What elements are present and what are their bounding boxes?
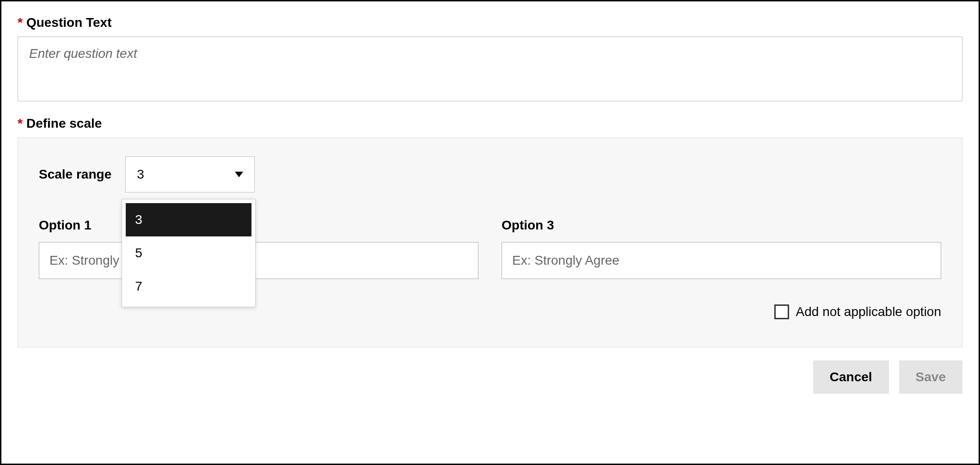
define-scale-label: * Define scale (18, 116, 962, 131)
scale-range-select[interactable]: 3 (125, 156, 255, 192)
question-editor-dialog: * Question Text * Define scale Scale ran… (0, 0, 980, 465)
scale-range-option-7[interactable]: 7 (126, 270, 251, 303)
question-text-field: * Question Text (18, 15, 962, 103)
cancel-button[interactable]: Cancel (813, 360, 889, 394)
question-text-label: * Question Text (18, 15, 962, 30)
option-1-label: Option 1 (39, 218, 478, 233)
question-text-label-text: Question Text (26, 15, 112, 30)
question-text-input[interactable] (18, 37, 962, 101)
required-asterisk-icon: * (18, 116, 23, 131)
scale-range-option-3[interactable]: 3 (126, 203, 251, 236)
scale-range-row: Scale range 3 3 5 7 (39, 156, 941, 192)
scale-range-menu: 3 5 7 (122, 199, 256, 307)
save-button[interactable]: Save (899, 360, 962, 394)
option-1-column: Option 1 (39, 218, 478, 279)
option-3-label: Option 3 (502, 218, 941, 233)
define-scale-label-text: Define scale (26, 116, 102, 131)
define-scale-section: * Define scale Scale range 3 3 5 7 (18, 116, 962, 347)
scale-range-label: Scale range (39, 167, 111, 182)
scale-range-option-5[interactable]: 5 (126, 236, 251, 270)
option-1-input[interactable] (39, 242, 478, 279)
not-applicable-label: Add not applicable option (796, 304, 941, 319)
not-applicable-checkbox[interactable] (774, 304, 789, 319)
scale-range-dropdown-wrapper: 3 3 5 7 (125, 156, 255, 192)
option-3-input[interactable] (502, 242, 941, 279)
chevron-down-icon (235, 172, 243, 177)
scale-range-selected-value: 3 (137, 167, 144, 182)
scale-panel: Scale range 3 3 5 7 Option 1 (18, 137, 962, 347)
option-3-column: Option 3 (502, 218, 941, 279)
required-asterisk-icon: * (18, 15, 23, 30)
dialog-button-row: Cancel Save (18, 360, 962, 394)
